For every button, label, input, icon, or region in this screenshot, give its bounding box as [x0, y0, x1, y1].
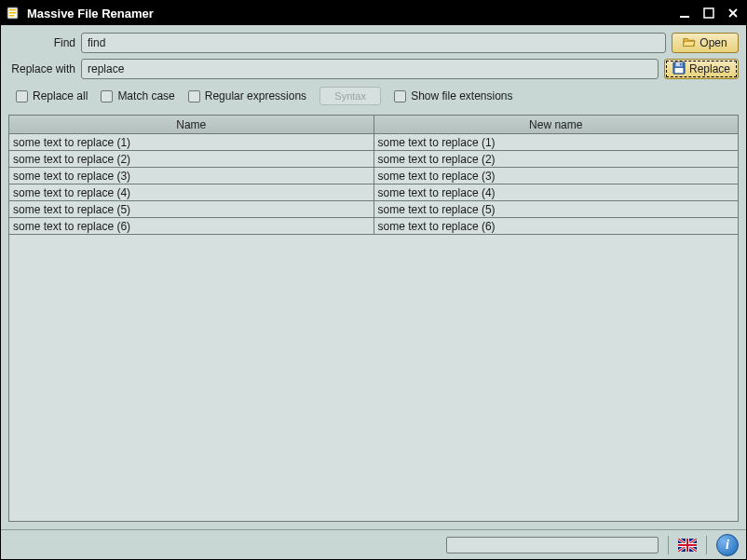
cell-name: some text to replace (6): [9, 218, 374, 234]
app-window: Massive File Renamer Find: [0, 0, 747, 560]
replace-button[interactable]: Replace: [664, 59, 739, 79]
app-icon: [7, 6, 21, 20]
replace-input[interactable]: [81, 59, 659, 79]
cell-name: some text to replace (3): [9, 168, 374, 184]
svg-rect-1: [9, 9, 16, 11]
maximize-button[interactable]: [701, 6, 716, 20]
cell-name: some text to replace (4): [9, 184, 374, 200]
separator: [706, 536, 707, 554]
col-newname[interactable]: New name: [374, 116, 739, 133]
statusbar: i: [1, 529, 746, 559]
svg-rect-10: [675, 68, 684, 73]
table-row[interactable]: some text to replace (2)some text to rep…: [9, 151, 738, 168]
col-name[interactable]: Name: [9, 116, 374, 133]
checkbox-icon: [188, 90, 200, 102]
separator: [668, 536, 669, 554]
table-row[interactable]: some text to replace (1)some text to rep…: [9, 134, 738, 151]
checkbox-icon: [394, 90, 406, 102]
cell-name: some text to replace (2): [9, 151, 374, 167]
replace-button-label: Replace: [689, 62, 730, 75]
table-header: Name New name: [9, 116, 738, 134]
options-row: Replace all Match case Regular expressio…: [8, 85, 739, 109]
open-button-label: Open: [699, 36, 727, 49]
svg-rect-3: [9, 15, 14, 17]
save-icon: [672, 61, 686, 77]
cell-newname: some text to replace (5): [374, 201, 739, 217]
window-controls: [677, 6, 740, 20]
table-body: some text to replace (1)some text to rep…: [9, 134, 738, 521]
replace-all-checkbox[interactable]: Replace all: [16, 89, 88, 102]
main-content: Find Open Replace with: [1, 25, 746, 529]
find-row: Find Open: [8, 33, 739, 53]
match-case-checkbox[interactable]: Match case: [101, 89, 174, 102]
flag-uk-icon[interactable]: [678, 539, 697, 552]
svg-rect-11: [680, 62, 682, 65]
match-case-label: Match case: [117, 89, 174, 102]
checkbox-icon: [101, 90, 113, 102]
syntax-button: Syntax: [319, 87, 381, 105]
find-input[interactable]: [81, 33, 666, 53]
cell-newname: some text to replace (1): [374, 134, 739, 150]
open-button[interactable]: Open: [672, 33, 739, 53]
files-table: Name New name some text to replace (1)so…: [8, 115, 739, 522]
table-row[interactable]: some text to replace (4)some text to rep…: [9, 184, 738, 201]
table-row[interactable]: some text to replace (3)some text to rep…: [9, 168, 738, 184]
minimize-button[interactable]: [677, 6, 692, 20]
regex-checkbox[interactable]: Regular expressions: [188, 89, 306, 102]
cell-newname: some text to replace (4): [374, 184, 739, 200]
svg-rect-2: [9, 12, 16, 14]
svg-rect-4: [680, 16, 689, 18]
table-row[interactable]: some text to replace (6)some text to rep…: [9, 218, 738, 235]
cell-newname: some text to replace (3): [374, 168, 739, 184]
cell-name: some text to replace (1): [9, 134, 374, 150]
close-button[interactable]: [726, 6, 740, 20]
cell-newname: some text to replace (6): [374, 218, 739, 234]
show-ext-checkbox[interactable]: Show file extensions: [394, 89, 512, 102]
show-ext-label: Show file extensions: [411, 89, 512, 102]
titlebar: Massive File Renamer: [1, 1, 746, 25]
checkbox-icon: [16, 90, 28, 102]
window-title: Massive File Renamer: [27, 7, 154, 20]
cell-newname: some text to replace (2): [374, 151, 739, 167]
table-row[interactable]: some text to replace (5)some text to rep…: [9, 201, 738, 218]
folder-open-icon: [683, 35, 696, 51]
replace-label: Replace with: [8, 62, 75, 75]
progress-bar: [446, 537, 659, 553]
svg-rect-16: [678, 544, 697, 546]
about-button[interactable]: i: [716, 534, 739, 556]
svg-rect-5: [704, 8, 713, 18]
find-label: Find: [8, 36, 75, 49]
cell-name: some text to replace (5): [9, 201, 374, 217]
replace-row: Replace with Replace: [8, 59, 739, 79]
replace-all-label: Replace all: [33, 89, 88, 102]
regex-label: Regular expressions: [205, 89, 306, 102]
